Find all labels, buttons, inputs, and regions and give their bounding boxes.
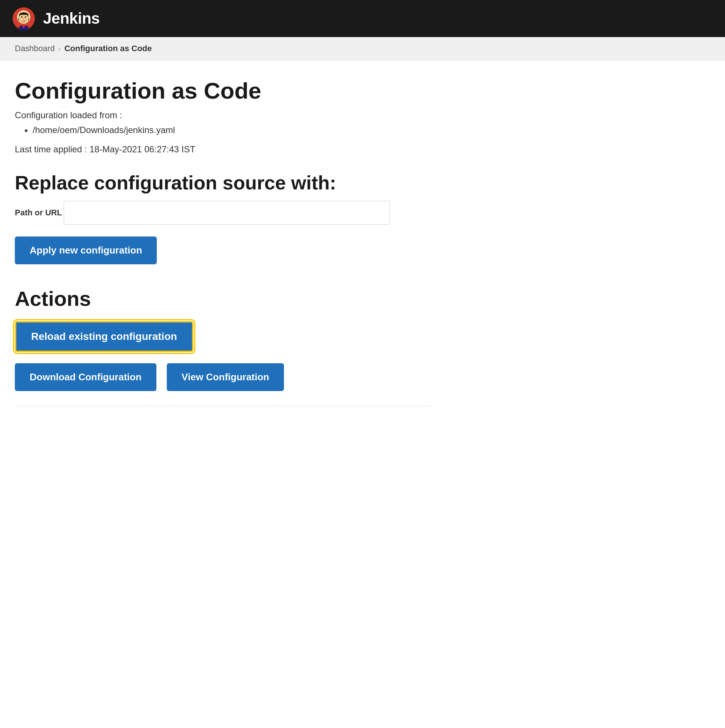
- svg-point-5: [23, 18, 24, 20]
- download-configuration-button[interactable]: Download Configuration: [15, 363, 156, 391]
- app-header: Jenkins: [0, 0, 725, 37]
- breadcrumb-separator: ›: [58, 45, 61, 53]
- reload-existing-configuration-button[interactable]: Reload existing configuration: [15, 321, 193, 352]
- actions-row: Download Configuration View Configuratio…: [15, 363, 430, 391]
- config-path-item: /home/oem/Downloads/jenkins.yaml: [33, 125, 430, 135]
- actions-title: Actions: [15, 286, 430, 310]
- svg-point-4: [25, 16, 26, 18]
- breadcrumb: Dashboard › Configuration as Code: [0, 37, 725, 60]
- reload-button-wrapper: Reload existing configuration: [15, 321, 430, 363]
- app-title: Jenkins: [43, 10, 100, 28]
- path-url-input[interactable]: [64, 201, 390, 225]
- apply-new-configuration-button[interactable]: Apply new configuration: [15, 237, 157, 264]
- bottom-divider: [15, 406, 430, 406]
- path-field-group: Path or URL: [15, 201, 430, 237]
- svg-point-3: [21, 16, 23, 18]
- actions-section: Actions Reload existing configuration Do…: [15, 286, 430, 391]
- breadcrumb-home[interactable]: Dashboard: [15, 44, 55, 54]
- main-content: Configuration as Code Configuration load…: [0, 60, 445, 424]
- jenkins-logo: [12, 7, 35, 31]
- last-applied-text: Last time applied : 18-May-2021 06:27:43…: [15, 144, 430, 154]
- config-loaded-label: Configuration loaded from :: [15, 110, 430, 121]
- view-configuration-button[interactable]: View Configuration: [167, 363, 284, 391]
- config-path-list: /home/oem/Downloads/jenkins.yaml: [15, 125, 430, 135]
- breadcrumb-current: Configuration as Code: [64, 44, 152, 54]
- replace-section-title: Replace configuration source with:: [15, 172, 430, 193]
- page-title: Configuration as Code: [15, 78, 430, 103]
- path-url-label: Path or URL: [15, 208, 62, 217]
